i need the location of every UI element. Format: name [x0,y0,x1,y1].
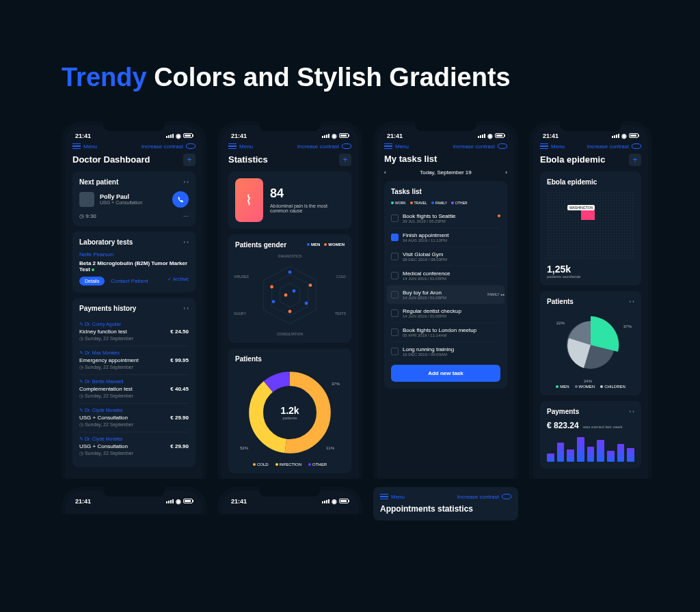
svg-point-7 [272,300,275,303]
card-heading: Patients [235,355,262,363]
checkbox[interactable] [391,214,399,222]
phone-doctor-dashboard: 21:41 ◉ Menu Increase contrast Doctor Da… [62,122,206,479]
payments-history-card: Payments history‹ › ✎ Dr. Corey AguilarK… [72,298,196,467]
status-bar: 21:41 ◉ [72,131,196,143]
phones-row-2: 21:41◉ 21:41◉ MenuIncrease contrast Appo… [0,479,700,520]
task-item[interactable]: Book flights to London meetup05 APR 2019… [391,323,500,342]
contrast-link[interactable]: Increase contrast [142,143,183,150]
hero-heading: Trendy Colors and Stylish Gradients [0,0,700,122]
patients-donut-card: Patients 1.2kpatients 37% 11% 52% COLDIN… [228,348,351,473]
status-time: 21:41 [387,133,403,139]
payment-item[interactable]: ✎ Dr. Bertie MaxwellComplementation test… [79,375,189,404]
payment-item[interactable]: ✎ Dr. Corey AguilarKidney function test€… [79,318,189,346]
lab-tests-card: Laboratory tests‹ › Nelle Pearson Beta 2… [72,232,196,292]
checkbox[interactable] [391,253,399,260]
task-item[interactable]: Finish appointment24 AUG 2019 / 11:12PM [391,228,500,247]
more-icon[interactable]: ⋯ [183,213,189,219]
page-title: Doctor Dashboard [72,154,150,165]
card-heading: Ebola epidemic [547,178,597,186]
svg-point-9 [293,289,296,292]
checkbox[interactable] [391,291,399,298]
checkbox[interactable] [391,272,399,279]
nav-arrows[interactable]: ‹ › [183,305,189,311]
stat-desc: Abdominal pain is the most common cause [270,204,345,213]
payment-item[interactable]: ✎ Dr. Clyde MoralesUSG + Consultation€ 2… [79,432,189,460]
task-item[interactable]: Regular dentist checkup14 JUN 2019 / 01:… [391,304,500,323]
nav-arrows[interactable]: ‹ › [183,239,189,245]
svg-marker-1 [272,275,308,316]
card-heading: Payments [547,408,579,415]
svg-point-3 [288,270,292,274]
status-time: 21:41 [543,133,558,139]
big-number: 1,25k [547,264,634,275]
phone-tasks: 21:41◉ MenuIncrease contrast My tasks li… [373,122,518,479]
task-item[interactable]: Long running training16 DEC 2019 / 09:03… [391,342,500,361]
phone-peek: 21:41◉ [217,487,362,514]
contact-link[interactable]: Contact Patient [111,278,148,284]
svg-point-8 [270,285,273,288]
patient-name: Polly Paul [100,193,167,200]
menu-icon[interactable] [228,143,237,150]
details-button[interactable]: Details [79,277,105,286]
nav-arrows[interactable]: ‹ › [183,179,189,185]
card-heading: Payments history [79,305,136,312]
menu-icon[interactable] [384,143,392,150]
hero-text: Colors and Stylish Gradients [154,63,511,92]
add-task-button[interactable]: Add new task [391,365,500,382]
payment-item[interactable]: ✎ Dr. Max MoralesEmergency appointment€ … [79,346,189,375]
card-heading: Next patient [79,178,118,186]
menu-icon[interactable] [380,494,388,500]
archive-link[interactable]: ✓ Archive [167,277,189,282]
date-nav[interactable]: ‹Today, September 19› [384,169,507,176]
task-item[interactable]: Medical conference14 JUN 2019 / 01:05PM [391,266,500,286]
svg-marker-2 [280,283,300,307]
checkbox[interactable] [391,348,399,355]
big-sub: patients wordlwide [547,275,634,279]
page-title: Ebola epidemic [540,154,605,165]
stat-card: ⌇ 84Abdominal pain is the most common ca… [228,171,351,229]
add-button[interactable]: + [629,154,641,166]
patient-service: USG + Consultation [100,200,167,205]
call-button[interactable] [172,191,189,208]
add-button[interactable]: + [183,154,196,166]
glasses-icon[interactable] [632,143,641,149]
add-button[interactable]: + [339,154,351,166]
glasses-icon[interactable] [186,143,196,149]
next-patient-card: Next patient‹ › Polly PaulUSG + Consulta… [72,171,196,226]
patients-pie-card: Patients‹ › 22% 37% 24% MENWOMENCHILDREN [540,291,641,395]
task-item[interactable]: Visit Global Gym28 DEC 2019 / 08:03PM [391,247,500,266]
payment-item[interactable]: ✎ Dr. Clyde MoralesUSG + Consultation€ 2… [79,404,189,432]
task-item[interactable]: Buy toy for Aron14 JUN 2019 / 01:05PMFAM… [387,286,504,304]
phone-peek: 21:41◉ [62,487,206,514]
tasks-card: Tasks list WORKTRAVELFAMILYOTHER Book fl… [384,181,507,389]
task-item[interactable]: Book flights to Seattle29 JUL 2019 / 05:… [391,209,500,228]
test-name: Beta 2 Microglobulin (B2M) Tumor Marker … [79,260,187,273]
ebola-map-card: Ebola epidemic WASHINGTON 1,25k patients… [540,171,641,286]
patient-link[interactable]: Nelle Pearson [79,251,189,258]
world-map: WASHINGTON [547,191,634,260]
glasses-icon[interactable] [498,143,507,149]
svg-point-4 [309,283,312,287]
radar-chart: DIAGNOSTICS COLD TESTS CONSULTATION INJU… [235,254,345,336]
donut-chart: 1.2kpatients 37% 11% 52% [245,368,334,457]
glasses-icon[interactable] [342,143,351,149]
checkbox[interactable] [391,234,399,241]
page-title: My tasks list [384,154,437,164]
card-heading: Patients gender [235,241,286,249]
battery-icon [183,133,193,138]
earned-amount: € 823.24 [547,421,579,430]
card-heading: Laboratory tests [79,238,133,246]
phone-ebola: 21:41◉ MenuIncrease contrast Ebola epide… [529,122,652,479]
menu-label[interactable]: Menu [83,143,97,150]
payments-card: Payments‹ › € 823.24was earned last week [540,401,641,469]
map-label: WASHINGTON [567,205,595,210]
gender-card: Patients genderMENWOMEN DIAGNOSTICS COLD… [228,234,351,343]
menu-icon[interactable] [72,143,81,150]
hero-accent: Trendy [62,63,147,92]
glasses-icon[interactable] [502,494,511,499]
phones-row: 21:41 ◉ Menu Increase contrast Doctor Da… [0,122,700,479]
menu-icon[interactable] [540,143,548,150]
checkbox[interactable] [391,309,399,317]
card-heading: Tasks list [391,188,422,195]
checkbox[interactable] [391,329,399,336]
